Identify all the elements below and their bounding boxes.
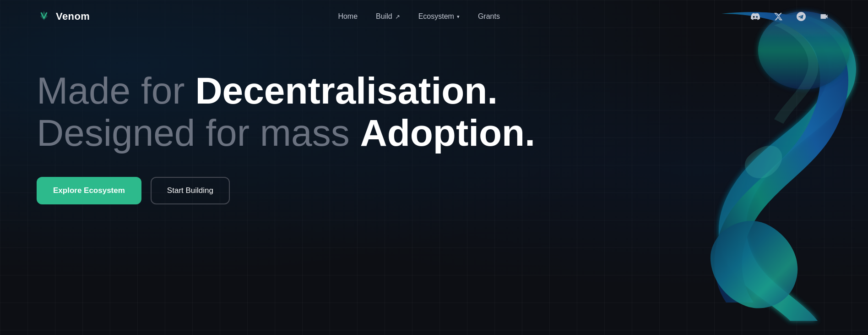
twitter-icon[interactable] [771, 9, 786, 24]
nav-ecosystem[interactable]: Ecosystem ▾ [418, 12, 460, 21]
video-call-icon[interactable] [817, 9, 831, 24]
hero-line2: Designed for mass Adoption. [37, 112, 535, 154]
hero-line1: Made for Decentralisation. [37, 70, 498, 111]
logo-icon [37, 9, 51, 24]
explore-ecosystem-button[interactable]: Explore Ecosystem [37, 177, 141, 204]
nav-home[interactable]: Home [338, 12, 358, 21]
start-building-button[interactable]: Start Building [151, 177, 230, 204]
site-header: Venom Home Build ↗ Ecosystem ▾ Grants [0, 0, 868, 33]
ecosystem-chevron-icon: ▾ [457, 14, 460, 20]
nav-grants[interactable]: Grants [478, 12, 500, 21]
main-nav: Home Build ↗ Ecosystem ▾ Grants [338, 12, 500, 21]
hero-heading: Made for Decentralisation. Designed for … [37, 70, 540, 154]
build-arrow-icon: ↗ [395, 13, 400, 20]
telegram-icon[interactable] [794, 9, 808, 24]
social-icons-group [748, 9, 831, 24]
hero-buttons: Explore Ecosystem Start Building [37, 177, 831, 204]
discord-icon[interactable] [748, 9, 763, 24]
logo-name: Venom [56, 11, 90, 22]
logo-link[interactable]: Venom [37, 9, 90, 24]
hero-section: Made for Decentralisation. Designed for … [0, 33, 868, 204]
nav-build[interactable]: Build ↗ [376, 12, 400, 21]
